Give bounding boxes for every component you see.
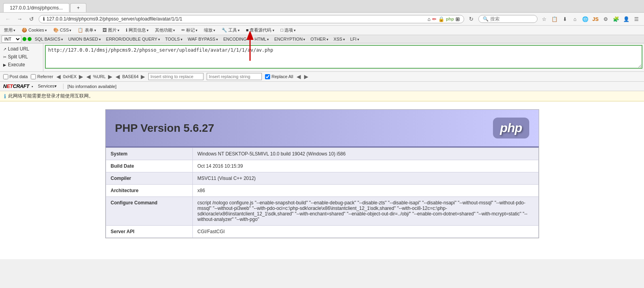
mark-btn[interactable]: ✏ 标记▾: [179, 26, 200, 34]
sql-basics-menu[interactable]: SQL BASICS: [33, 36, 65, 42]
new-tab[interactable]: +: [70, 3, 86, 12]
post-data-checkbox[interactable]: [3, 74, 8, 79]
load-icon: ↗: [3, 47, 6, 51]
replacing-string-input[interactable]: [207, 73, 262, 80]
download-button[interactable]: ⬇: [560, 15, 569, 23]
table-value: x86: [192, 185, 538, 197]
encoding-menu[interactable]: ENCODING: [221, 36, 251, 42]
search-input[interactable]: [490, 16, 533, 22]
other-menu[interactable]: OTHER: [308, 36, 330, 42]
php-logo: php: [493, 118, 529, 138]
table-row: CompilerMSVC11 (Visual C++ 2012): [106, 172, 538, 185]
hex-right-arrow: ▶: [79, 73, 83, 80]
options-btn[interactable]: □ 选项▾: [278, 26, 299, 34]
php-info-wrapper: PHP Version 5.6.27 php SystemWindows NT …: [105, 109, 539, 238]
forms-btn[interactable]: 📋 表单▾: [75, 26, 98, 34]
menu-button[interactable]: ☰: [632, 15, 641, 23]
split-icon: ✂: [3, 55, 6, 59]
encryption-menu[interactable]: ENCRYPTION: [272, 36, 307, 42]
post-row: Post data Referrer ◀ 0xHEX ▶ ◀ %URL ▶ ◀ …: [0, 72, 644, 82]
cookies-btn[interactable]: 🍪 Cookies▾: [19, 27, 49, 34]
css-btn[interactable]: 🎨 CSS▾: [51, 27, 74, 34]
grid-icon: ⊞: [455, 16, 460, 22]
info-bar: ℹ 此网络可能需要您登录才能使用互联网。: [0, 91, 644, 101]
lock-icon: ℹ: [43, 16, 45, 22]
replace-string-input[interactable]: [148, 73, 203, 80]
url-textarea[interactable]: http://127.0.0.1/dmsj/phpcms9.2/phpsso_s…: [45, 45, 642, 69]
settings-button[interactable]: ⚙: [601, 15, 610, 23]
url-tool-right: http://127.0.0.1/dmsj/phpcms9.2/phpsso_s…: [43, 43, 644, 71]
hex-left-arrow: ◀: [56, 73, 61, 80]
globe-button[interactable]: 🌐: [581, 15, 590, 23]
user-button[interactable]: 👤: [622, 15, 631, 23]
info-bar-message: 此网络可能需要您登录才能使用互联网。: [8, 93, 93, 99]
split-url-button[interactable]: ✂ Split URL: [0, 53, 43, 61]
php-info-table: SystemWindows NT DESKTOP-5LSMIVL 10.0 bu…: [106, 148, 539, 238]
back-button[interactable]: ←: [3, 14, 13, 24]
url-right-arrow: ▶: [108, 73, 112, 80]
bookmark-button[interactable]: 📋: [550, 15, 559, 23]
services-button[interactable]: Services▾: [35, 83, 59, 90]
nav-actions: ☆ 📋 ⬇ ⌂ 🌐 JS ⚙ 🧩 👤 ☰: [540, 15, 641, 23]
replace-all-item: Replace All: [265, 74, 293, 79]
table-row: Architecturex86: [106, 185, 538, 197]
info-btn[interactable]: ℹ 网页信息▾: [123, 26, 151, 34]
indicator-1: [22, 37, 26, 41]
referrer-label: Referrer: [37, 74, 53, 79]
union-based-menu[interactable]: UNION BASED: [66, 36, 103, 42]
extensions-button[interactable]: 🧩: [612, 15, 620, 23]
base64-left-arrow: ◀: [116, 73, 120, 80]
hex-encode-group: ◀ 0xHEX ▶: [56, 73, 83, 80]
active-tab[interactable]: 127.0.0.1/dmsj/phpcms...: [3, 3, 69, 12]
reload-button[interactable]: ↺: [27, 14, 36, 24]
table-key: System: [106, 148, 192, 160]
search-icon: 🔍: [483, 16, 489, 22]
table-value: cscript /nologo configure.js "--enable-s…: [192, 197, 538, 226]
php-logo-text: php: [500, 121, 522, 135]
edit-icon: ✏: [432, 16, 437, 22]
tools-menu[interactable]: TOOLS: [163, 36, 185, 42]
address-input[interactable]: [47, 16, 426, 22]
type-select[interactable]: INT STRING: [2, 36, 21, 43]
xss-menu[interactable]: XSS: [332, 36, 347, 42]
lfi-menu[interactable]: LFI: [348, 36, 361, 42]
table-value: Oct 14 2016 10:15:39: [192, 160, 538, 172]
zoom-btn[interactable]: 缩放▾: [202, 26, 218, 34]
table-value: CGI/FastCGI: [192, 226, 538, 238]
error-query-menu[interactable]: ERROR/DOUBLE QUERY: [104, 36, 162, 42]
base64-encode-button[interactable]: BASE64: [121, 74, 140, 79]
waf-bypass-menu[interactable]: WAF BYPASS: [186, 36, 220, 42]
js-button[interactable]: JS: [591, 15, 600, 23]
post-data-label: Post data: [9, 74, 28, 79]
table-row: Configure Commandcscript /nologo configu…: [106, 197, 538, 226]
bookmark-star-button[interactable]: ☆: [540, 15, 549, 23]
lock-icon2: 🔒: [438, 16, 444, 22]
url-tool-area: ↗ Load URL ✂ Split URL ▶ Execute http://: [0, 43, 644, 72]
execute-button[interactable]: ▶ Execute: [0, 61, 43, 69]
indicator-2: [28, 37, 32, 41]
netcraft-separator: [63, 84, 63, 89]
disable-btn[interactable]: 禁用▾: [2, 26, 18, 34]
netcraft-dot: •: [32, 84, 33, 89]
url-input-container: http://127.0.0.1/dmsj/phpcms9.2/phpsso_s…: [45, 45, 642, 70]
url-encode-button[interactable]: %URL: [92, 74, 107, 79]
source-btn[interactable]: ■ 查看源代码▾: [244, 26, 277, 34]
home-icon: ⌂: [427, 16, 431, 22]
replace-all-checkbox[interactable]: [265, 74, 270, 79]
hex-encode-button[interactable]: 0xHEX: [62, 74, 78, 79]
replace-right-arrow: ▶: [304, 73, 308, 80]
other-btn[interactable]: 其他功能▾: [153, 26, 177, 34]
load-url-button[interactable]: ↗ Load URL: [0, 45, 43, 53]
images-btn[interactable]: 🖼 图片▾: [100, 26, 122, 34]
home-nav-button[interactable]: ⌂: [571, 15, 579, 23]
netcraft-logo: NETCRAFT: [3, 83, 29, 89]
refresh-button[interactable]: ↻: [467, 14, 476, 24]
referrer-checkbox[interactable]: [31, 74, 36, 79]
tools-btn[interactable]: 🔧 工具▾: [219, 26, 242, 34]
table-row: Server APICGI/FastCGI: [106, 226, 538, 238]
browser-tabs: 127.0.0.1/dmsj/phpcms... +: [0, 0, 644, 13]
forward-button[interactable]: →: [15, 14, 24, 24]
table-key: Architecture: [106, 185, 192, 197]
table-key: Build Date: [106, 160, 192, 172]
html-menu[interactable]: HTML: [252, 36, 271, 42]
